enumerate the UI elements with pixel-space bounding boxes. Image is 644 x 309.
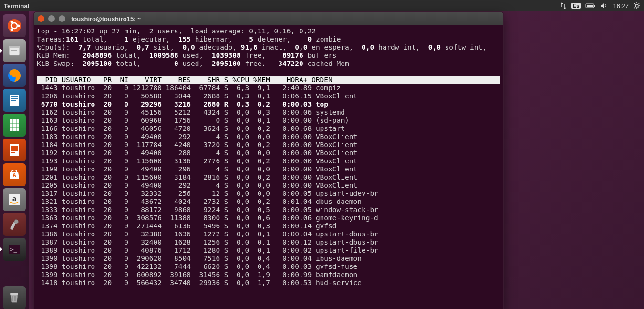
terminal-icon[interactable]: >_ — [3, 238, 26, 261]
firefox-icon[interactable] — [3, 64, 26, 87]
svg-rect-1 — [594, 5, 595, 7]
terminal-window: toushiro@toushiro15: ~ top - 16:27:02 up… — [33, 11, 504, 309]
impress-icon[interactable] — [3, 139, 26, 161]
top-menubar: Terminal Es 16:27 — [0, 0, 644, 11]
svg-point-3 — [635, 4, 638, 7]
keyboard-layout-indicator[interactable]: Es — [571, 3, 581, 9]
network-icon[interactable] — [560, 2, 567, 9]
calc-icon[interactable] — [3, 114, 26, 137]
files-icon[interactable] — [3, 39, 26, 62]
svg-point-8 — [11, 29, 13, 31]
terminal-body[interactable]: top - 16:27:02 up 27 min, 2 users, load … — [34, 25, 503, 309]
system-gear-icon[interactable] — [634, 2, 640, 9]
svg-rect-31 — [10, 293, 18, 295]
ubuntu-dash-icon[interactable] — [3, 14, 26, 37]
writer-icon[interactable] — [3, 89, 26, 112]
svg-rect-10 — [9, 46, 20, 48]
terminal-title-text: toushiro@toushiro15: ~ — [71, 15, 141, 22]
clock[interactable]: 16:27 — [613, 2, 629, 10]
software-icon[interactable]: A — [3, 163, 26, 186]
svg-rect-23 — [11, 146, 18, 151]
terminal-titlebar[interactable]: toushiro@toushiro15: ~ — [34, 12, 503, 25]
svg-text:>_: >_ — [10, 246, 17, 253]
svg-rect-11 — [11, 50, 17, 51]
unity-launcher: A a >_ — [0, 11, 29, 309]
svg-rect-14 — [11, 96, 18, 97]
svg-rect-17 — [10, 119, 19, 131]
window-maximize-button[interactable] — [59, 15, 65, 22]
svg-rect-16 — [11, 100, 16, 101]
svg-text:A: A — [12, 172, 16, 179]
amazon-icon[interactable]: a — [3, 188, 26, 211]
svg-point-7 — [11, 21, 13, 23]
settings-icon[interactable] — [3, 213, 26, 236]
menubar-app-title: Terminal — [4, 2, 29, 10]
window-close-button[interactable] — [38, 15, 44, 22]
svg-rect-2 — [587, 5, 593, 7]
svg-text:a: a — [12, 195, 16, 202]
window-minimize-button[interactable] — [48, 15, 55, 22]
svg-rect-15 — [11, 98, 18, 99]
volume-icon[interactable] — [601, 2, 608, 9]
trash-icon[interactable] — [3, 286, 26, 309]
svg-point-28 — [14, 220, 18, 224]
battery-icon[interactable] — [585, 3, 596, 9]
svg-point-6 — [18, 25, 20, 27]
svg-rect-24 — [11, 152, 15, 153]
